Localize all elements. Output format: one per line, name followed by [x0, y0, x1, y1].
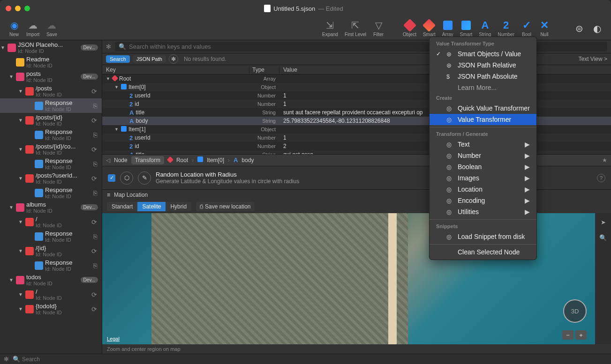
disclosure-icon[interactable]: ▼	[18, 292, 23, 297]
refresh-icon[interactable]: ⟳	[91, 247, 97, 255]
transformer-menu-button[interactable]: ⊜	[573, 23, 585, 34]
disclosure-icon[interactable]: ▼	[18, 147, 23, 152]
refresh-icon[interactable]: ⟳	[91, 88, 97, 95]
dd-clean-node[interactable]: Clean Selected Node	[430, 246, 536, 258]
link-icon[interactable]: ⎘	[93, 233, 97, 240]
type-null-button[interactable]: ✕ Null	[539, 20, 550, 37]
link-icon[interactable]: ⎘	[93, 160, 97, 168]
zoom-window-button[interactable]	[24, 6, 30, 11]
search-map-icon[interactable]: 🔍	[599, 234, 607, 241]
disclosure-icon[interactable]: ▼	[18, 89, 23, 94]
refresh-icon[interactable]: ⟳	[91, 175, 97, 182]
link-icon[interactable]: ⎘	[93, 262, 97, 269]
link-icon[interactable]: ⎘	[93, 189, 97, 197]
sidebar-item[interactable]: ResponseId: Node ID⎘	[0, 127, 102, 142]
dd-images[interactable]: ◎Images▶	[430, 172, 536, 184]
sidebar-item[interactable]: ResponseId: Node ID⎘	[0, 258, 102, 273]
star-icon[interactable]: ★	[602, 157, 607, 163]
dd-number[interactable]: ◎Number▶	[430, 150, 536, 161]
dd-json-relative[interactable]: ⊛JSON Path Relative	[430, 59, 536, 71]
transform-edit-icon[interactable]: ✎	[138, 171, 151, 185]
sidebar-item[interactable]: ▼/posts/{id}/co...Id: Node ID⟳	[0, 142, 102, 156]
dd-text[interactable]: ◎Text▶	[430, 139, 536, 150]
dd-learn-more[interactable]: Learn More...	[430, 82, 536, 93]
bc-transform[interactable]: Transform	[131, 156, 164, 164]
dd-utilities[interactable]: ◎Utilities▶	[430, 206, 536, 217]
sidebar-item[interactable]: ▼todosId: Node IDDev...	[0, 273, 102, 287]
disclosure-icon[interactable]: ▼	[18, 248, 23, 253]
preview-button[interactable]: ◐	[591, 23, 603, 34]
back-button[interactable]: ◁	[106, 157, 110, 163]
refresh-icon[interactable]: ⟳	[91, 218, 97, 226]
bc-body[interactable]: body	[241, 157, 254, 163]
type-smart-object-button[interactable]: Smart	[423, 20, 436, 37]
map-compass[interactable]: 3D	[563, 299, 587, 323]
sidebar-item[interactable]: ▼/Id: Node ID⟳	[0, 287, 102, 302]
disclosure-icon[interactable]: ▼	[8, 205, 14, 210]
type-array-button[interactable]: Array	[442, 20, 453, 37]
refresh-icon[interactable]: ⟳	[91, 291, 97, 298]
expand-button[interactable]: ⇲ Expand	[322, 20, 338, 37]
col-type[interactable]: Type	[249, 67, 279, 73]
sidebar-item[interactable]: ResponseId: Node ID⎘	[0, 156, 102, 171]
sidebar-item[interactable]: ▼/postsId: Node ID⟳	[0, 84, 102, 98]
link-icon[interactable]: ⎘	[93, 102, 97, 110]
sidebar-item[interactable]: ▼postsId: Node IDDev...	[0, 69, 102, 84]
bc-item0[interactable]: Item[0]	[207, 157, 224, 163]
dd-json-absolute[interactable]: $JSON Path Absolute	[430, 71, 536, 82]
new-button[interactable]: ◉ New	[8, 20, 20, 37]
sidebar-item[interactable]: ResponseId: Node ID⎘	[0, 229, 102, 244]
dd-encoding[interactable]: ◎Encoding▶	[430, 195, 536, 206]
disclosure-icon[interactable]: ▼	[8, 74, 14, 79]
filter-button[interactable]: ▽ Filter	[373, 20, 384, 37]
disclosure-icon[interactable]: ▼	[18, 118, 23, 123]
locate-icon[interactable]: ➤	[601, 219, 606, 226]
zoom-in-button[interactable]: +	[575, 330, 587, 340]
help-icon[interactable]: ?	[597, 174, 605, 182]
footer-settings-icon[interactable]: ✻	[4, 356, 9, 363]
bc-node[interactable]: Node	[114, 157, 128, 163]
dd-load-snippet[interactable]: ◎Load Snippet from disk	[430, 231, 536, 242]
sidebar-item[interactable]: ▼JSON Placeho...Id: Node IDDev...	[0, 40, 102, 55]
refresh-icon[interactable]: ⟳	[91, 117, 97, 124]
disclosure-icon[interactable]: ▼	[0, 45, 6, 50]
zoom-out-button[interactable]: −	[562, 330, 573, 340]
transform-cube-icon[interactable]: ⬡	[120, 171, 133, 185]
disclosure-icon[interactable]: ▼	[18, 219, 23, 224]
sidebar-item[interactable]: ReadmeId: Node ID	[0, 55, 102, 69]
dd-value-transformer[interactable]: ◎Value Transformer	[430, 114, 536, 125]
footer-search-input[interactable]	[22, 356, 607, 363]
type-smart-array-button[interactable]: Smart	[460, 20, 473, 37]
disclosure-icon[interactable]: ▼	[18, 306, 23, 312]
disclosure-icon[interactable]: ▼	[114, 127, 119, 132]
import-button[interactable]: ☁ Import	[26, 20, 39, 37]
sidebar-item[interactable]: ▼/{id}Id: Node ID⟳	[0, 244, 102, 258]
map-tab-satellite[interactable]: Satelite	[137, 202, 166, 211]
map-tab-standard[interactable]: Standart	[107, 202, 137, 211]
search-settings-icon[interactable]: ✻	[106, 43, 111, 50]
filter-settings-icon[interactable]: ✻	[169, 54, 178, 64]
sidebar-item[interactable]: ResponseId: Node ID⎘	[0, 186, 102, 200]
type-bool-button[interactable]: ✓ Bool	[521, 20, 532, 37]
dd-quick-vt[interactable]: ◎Quick Value Transformer	[430, 103, 536, 114]
map-tab-hybrid[interactable]: Hybrid	[166, 202, 191, 211]
minimize-window-button[interactable]	[15, 6, 21, 11]
type-number-button[interactable]: 2 Number	[498, 20, 514, 37]
disclosure-icon[interactable]: ▼	[114, 85, 119, 89]
dd-boolean[interactable]: ◎Boolean▶	[430, 161, 536, 172]
map-legal-link[interactable]: Legal	[107, 336, 120, 342]
save-location-button[interactable]: ⎙ Save new location	[196, 202, 254, 211]
refresh-icon[interactable]: ⟳	[91, 146, 97, 153]
sidebar-item[interactable]: ▼/posts?userId...Id: Node ID⟳	[0, 171, 102, 186]
dd-smart-objects[interactable]: ✓⊛Smart Objects / Value	[430, 48, 536, 59]
refresh-icon[interactable]: ⟳	[91, 305, 97, 313]
bc-root[interactable]: Root	[176, 157, 188, 163]
sidebar-item[interactable]: ▼albumsId: Node IDDev...	[0, 200, 102, 215]
type-object-button[interactable]: Object	[403, 20, 416, 37]
col-key[interactable]: Key	[102, 67, 249, 73]
link-icon[interactable]: ⎘	[93, 131, 97, 139]
sidebar-item[interactable]: ▼{todoId}Id: Node ID⟳	[0, 302, 102, 316]
text-view-button[interactable]: Text View >	[579, 56, 607, 62]
sidebar-item[interactable]: ▼/posts/{id}Id: Node ID⟳	[0, 113, 102, 127]
disclosure-icon[interactable]: ▼	[106, 76, 111, 81]
